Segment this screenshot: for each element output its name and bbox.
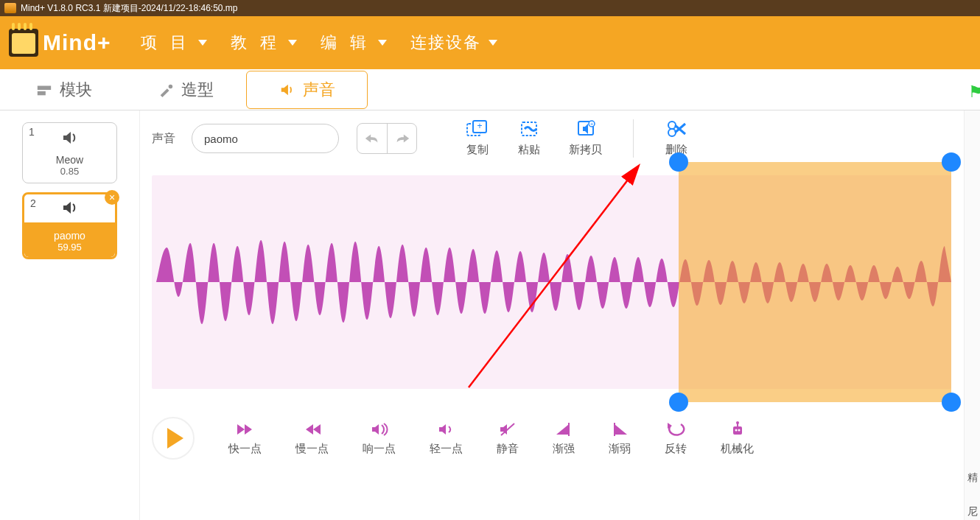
menu-tutorial-label: 教 程	[231, 32, 281, 54]
selection-handle-top-left[interactable]	[669, 152, 688, 172]
svg-point-2	[168, 84, 172, 88]
speaker-icon	[26, 129, 113, 151]
tab-costumes-label: 造型	[181, 79, 214, 101]
menu-edit[interactable]: 编 辑	[309, 32, 399, 54]
editor-tabs: 模块 造型 声音	[0, 69, 980, 110]
sound-thumb-2[interactable]: × 2 paomo 59.95	[22, 192, 117, 259]
faster-label: 快一点	[228, 442, 262, 456]
thumb-close-button[interactable]: ×	[105, 190, 119, 205]
mute-label: 静音	[497, 442, 519, 456]
svg-rect-0	[37, 85, 50, 90]
tab-costumes[interactable]: 造型	[125, 71, 246, 109]
softer-button[interactable]: 轻一点	[430, 421, 463, 456]
thumb-meta: paomo 59.95	[24, 222, 115, 257]
delete-button[interactable]: 删除	[665, 119, 688, 157]
content-area: 1 Meow 0.85 × 2 paomo 59.95 声音	[0, 110, 980, 520]
undo-redo-group	[357, 123, 417, 154]
green-flag-icon[interactable]: ⚑	[968, 82, 980, 102]
thumb-name: Meow	[26, 154, 113, 166]
play-button[interactable]	[152, 417, 195, 460]
chevron-down-icon	[489, 40, 497, 46]
menu-edit-label: 编 辑	[321, 32, 371, 54]
edit-tools: + 复制 粘贴 + 新拷贝 删除	[466, 119, 688, 158]
tab-sounds[interactable]: 声音	[246, 71, 368, 109]
chevron-down-icon	[378, 40, 387, 46]
mute-button[interactable]: 静音	[497, 421, 519, 456]
main-menubar: Mind+ 项 目 教 程 编 辑 连接设备	[0, 16, 980, 69]
app-icon	[4, 3, 16, 13]
louder-button[interactable]: 响一点	[363, 421, 396, 456]
effect-controls: 快一点 慢一点 响一点 轻一点 静音 渐强 渐弱 反转 机械化	[152, 417, 952, 460]
copy-label: 复制	[466, 143, 489, 157]
speaker-icon	[279, 82, 295, 98]
chevron-down-icon	[288, 40, 297, 46]
thumb-index: 1	[29, 126, 35, 138]
copy-new-button[interactable]: + 新拷贝	[569, 119, 602, 157]
robot-button[interactable]: 机械化	[721, 421, 754, 456]
svg-point-17	[735, 429, 737, 431]
chevron-down-icon	[198, 40, 207, 46]
svg-text:+: +	[589, 121, 593, 127]
thumb-name: paomo	[24, 230, 115, 242]
logo-text: Mind+	[43, 30, 111, 55]
editor-toolbar: 声音 + 复制 粘贴 + 新拷贝	[152, 119, 952, 158]
slower-label: 慢一点	[295, 442, 329, 456]
selection-handle-top-right[interactable]	[942, 152, 961, 172]
undo-button[interactable]	[357, 124, 387, 153]
slower-button[interactable]: 慢一点	[295, 421, 329, 456]
logo-icon	[9, 29, 38, 57]
svg-point-10	[668, 122, 676, 129]
sound-editor: 声音 + 复制 粘贴 + 新拷贝	[140, 110, 964, 520]
sound-name-input[interactable]	[192, 124, 339, 153]
svg-point-20	[736, 421, 739, 424]
sound-thumb-1[interactable]: 1 Meow 0.85	[22, 122, 117, 183]
copy-new-label: 新拷贝	[569, 143, 602, 157]
reverse-button[interactable]: 反转	[665, 421, 687, 456]
reverse-label: 反转	[665, 442, 687, 456]
svg-rect-1	[37, 91, 45, 94]
robot-label: 机械化	[721, 442, 754, 456]
sounds-sidebar: 1 Meow 0.85 × 2 paomo 59.95	[0, 110, 140, 520]
app-logo[interactable]: Mind+	[9, 29, 111, 57]
menu-tutorial[interactable]: 教 程	[219, 32, 309, 54]
softer-label: 轻一点	[430, 442, 463, 456]
copy-button[interactable]: + 复制	[466, 119, 489, 157]
right-panel-strip: 精 尼	[964, 110, 980, 520]
fadein-button[interactable]: 渐强	[553, 421, 575, 456]
waveform-selection[interactable]	[679, 162, 951, 402]
sound-label: 声音	[152, 131, 175, 147]
menu-project-label: 项 目	[141, 32, 191, 54]
tab-blocks[interactable]: 模块	[3, 71, 125, 109]
speaker-icon	[26, 199, 113, 221]
blocks-icon	[36, 82, 52, 98]
waveform-area[interactable]	[152, 175, 951, 389]
brush-icon	[158, 82, 174, 98]
selection-handle-bottom-right[interactable]	[942, 393, 961, 412]
right-label-a: 精	[965, 471, 980, 485]
fadeout-button[interactable]: 渐弱	[609, 421, 631, 456]
menu-connect-label: 连接设备	[410, 32, 481, 54]
thumb-duration: 59.95	[24, 242, 115, 253]
menu-connect[interactable]: 连接设备	[399, 32, 509, 54]
svg-rect-16	[733, 426, 742, 435]
paste-label: 粘贴	[518, 143, 540, 157]
tab-sounds-label: 声音	[303, 79, 335, 101]
svg-point-11	[668, 129, 676, 136]
thumb-duration: 0.85	[26, 166, 113, 177]
paste-button[interactable]: 粘贴	[517, 119, 541, 157]
louder-label: 响一点	[363, 442, 396, 456]
svg-point-18	[738, 429, 740, 431]
fadeout-label: 渐弱	[609, 442, 631, 456]
toolbar-separator	[633, 119, 634, 158]
thumb-index: 2	[30, 197, 36, 209]
menu-project[interactable]: 项 目	[129, 32, 219, 54]
window-title: Mind+ V1.8.0 RC3.1 新建项目-2024/11/22-18:46…	[21, 2, 238, 15]
redo-button[interactable]	[387, 124, 416, 153]
faster-button[interactable]: 快一点	[228, 421, 262, 456]
play-icon	[167, 428, 183, 449]
selection-handle-bottom-left[interactable]	[669, 393, 688, 412]
svg-text:+: +	[477, 121, 482, 131]
tab-blocks-label: 模块	[60, 79, 92, 101]
fadein-label: 渐强	[553, 442, 575, 456]
window-titlebar: Mind+ V1.8.0 RC3.1 新建项目-2024/11/22-18:46…	[0, 0, 980, 16]
